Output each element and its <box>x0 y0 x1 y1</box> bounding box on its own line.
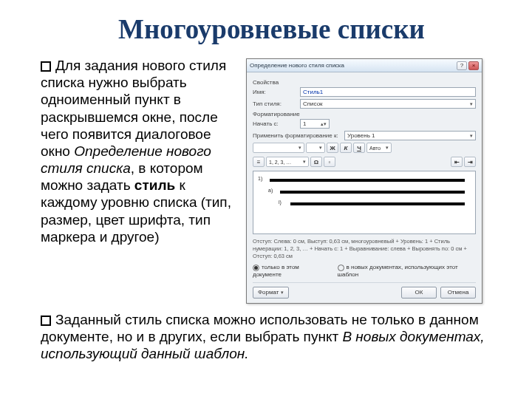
picture-button[interactable]: ▫ <box>324 157 335 167</box>
preview-label-1: 1) <box>258 176 262 181</box>
start-label: Начать с: <box>253 120 297 127</box>
preview-label-2: a) <box>268 188 273 193</box>
format-btn-label: Формат <box>258 289 279 296</box>
apply-select[interactable]: Уровень 1▾ <box>344 131 476 140</box>
apply-label: Применить форматирование к: <box>253 132 341 139</box>
number-format-select[interactable]: 1, 2, 3, …▾ <box>266 157 309 167</box>
para2-post: . <box>245 346 248 361</box>
field-type: Тип стиля: Список▾ <box>253 99 476 109</box>
radio2-label: в новых документах, использующих этот ша… <box>338 264 458 277</box>
spinner-icon: ▴▾ <box>321 121 327 127</box>
start-value: 1 <box>303 120 306 127</box>
apply-value: Уровень 1 <box>347 132 375 139</box>
field-name: Имя: Стиль1 <box>253 87 476 97</box>
bold-button[interactable]: Ж <box>327 143 338 153</box>
start-spinner[interactable]: 1▴▾ <box>300 119 330 129</box>
italic-button[interactable]: К <box>340 143 352 153</box>
decrease-indent-button[interactable]: ⇤ <box>451 157 463 167</box>
chevron-down-icon: ▾ <box>281 290 284 296</box>
row-top: Для задания нового стиля списка нужно вы… <box>41 57 502 304</box>
square-bullet-icon <box>41 316 51 326</box>
cancel-button[interactable]: Отмена <box>440 287 476 299</box>
ok-button[interactable]: ОК <box>401 287 437 299</box>
symbol-button[interactable]: Ω <box>310 157 322 167</box>
para1-bold: стиль <box>134 177 175 193</box>
name-value: Стиль1 <box>303 89 323 95</box>
field-apply: Применить форматирование к: Уровень 1▾ <box>253 131 476 140</box>
color-value: Авто <box>369 146 381 151</box>
dialog-body: Свойства Имя: Стиль1 Тип стиля: Список▾ … <box>247 72 482 303</box>
style-description: Отступ: Слева: 0 см, Выступ: 0,63 см, мн… <box>253 238 476 259</box>
dialog-titlebar: Определение нового стиля списка ? × <box>247 59 482 72</box>
dialog-screenshot: Определение нового стиля списка ? × Свой… <box>246 57 502 304</box>
chevron-down-icon: ▾ <box>470 133 473 139</box>
format-button[interactable]: Формат▾ <box>253 287 289 299</box>
slide-title: Многоуровневые списки <box>41 13 502 45</box>
radio-this-doc[interactable]: только в этом документе <box>253 264 327 277</box>
color-select[interactable]: Авто▾ <box>366 143 392 153</box>
help-button[interactable]: ? <box>457 61 467 70</box>
button-row: Формат▾ ОК Отмена <box>253 282 476 299</box>
preview-label-3: i) <box>279 200 282 205</box>
chevron-down-icon: ▾ <box>319 145 322 151</box>
section-properties: Свойства <box>253 79 476 86</box>
radio-off-icon <box>338 265 344 271</box>
bullets-button[interactable]: ≡ <box>253 157 265 167</box>
format-toolbar: ▾ ▾ Ж К Ч Авто▾ <box>253 143 476 153</box>
section-format: Форматирование <box>253 111 476 117</box>
radio-new-docs[interactable]: в новых документах, использующих этот ша… <box>338 264 476 277</box>
paragraph-2: Заданный стиль списка можно использовать… <box>41 311 502 363</box>
size-select[interactable]: ▾ <box>306 143 325 153</box>
square-bullet-icon <box>41 61 51 72</box>
numfmt-value: 1, 2, 3, … <box>269 160 291 165</box>
chevron-down-icon: ▾ <box>299 145 301 151</box>
paragraph-1: Для задания нового стиля списка нужно вы… <box>41 57 233 245</box>
chevron-down-icon: ▾ <box>470 101 473 107</box>
name-label: Имя: <box>253 89 297 95</box>
preview-line-2: a) <box>280 191 465 194</box>
slide: Многоуровневые списки Для задания нового… <box>0 0 532 399</box>
chevron-down-icon: ▾ <box>386 145 389 151</box>
preview-line-1: 1) <box>270 179 465 182</box>
underline-button[interactable]: Ч <box>353 143 365 153</box>
increase-indent-button[interactable]: ⇥ <box>464 157 476 167</box>
window-buttons: ? × <box>457 61 479 70</box>
dialog-title: Определение нового стиля списка <box>250 62 457 69</box>
list-toolbar: ≡ 1, 2, 3, …▾ Ω ▫ ⇤ ⇥ <box>253 157 476 167</box>
scope-radios: только в этом документе в новых документ… <box>253 264 476 277</box>
radio-on-icon <box>253 265 259 271</box>
type-label: Тип стиля: <box>253 100 297 107</box>
type-select[interactable]: Список▾ <box>300 99 476 109</box>
radio1-label: только в этом документе <box>253 264 299 277</box>
close-button[interactable]: × <box>468 61 479 70</box>
field-start: Начать с: 1▴▾ <box>253 119 476 129</box>
preview-pane: 1) a) i) <box>253 171 476 234</box>
preview-line-3: i) <box>290 202 465 205</box>
font-select[interactable]: ▾ <box>253 143 304 153</box>
name-input[interactable]: Стиль1 <box>300 87 476 97</box>
dialog-window: Определение нового стиля списка ? × Свой… <box>246 58 482 304</box>
type-value: Список <box>303 100 323 107</box>
chevron-down-icon: ▾ <box>303 159 306 165</box>
